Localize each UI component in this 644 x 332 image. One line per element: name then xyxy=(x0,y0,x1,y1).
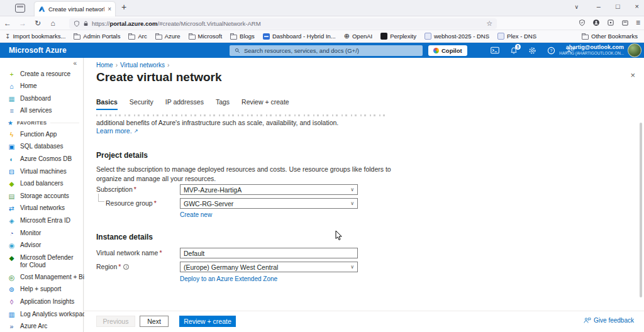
window-maximize-button[interactable]: □ xyxy=(616,3,620,10)
blade-close-icon[interactable]: × xyxy=(630,70,635,80)
extended-zone-link[interactable]: Deploy to an Azure Extended Zone xyxy=(180,275,277,282)
azure-top-bar: Microsoft Azure Search resources, servic… xyxy=(0,43,644,58)
sidebar-item[interactable]: ≡ All services xyxy=(0,105,83,118)
pocket-shield-icon[interactable] xyxy=(579,19,586,26)
window-minimize-button[interactable]: – xyxy=(597,3,601,10)
sidebar-item[interactable]: + Create a resource xyxy=(0,68,83,80)
sidebar-item[interactable]: ⊟ Virtual machines xyxy=(0,165,83,178)
sidebar-collapse-icon[interactable]: « xyxy=(0,58,83,68)
tracking-protection-shield-icon[interactable] xyxy=(74,20,80,27)
sidebar-item[interactable]: ▦ Dashboard xyxy=(0,92,83,105)
other-bookmarks-folder[interactable]: Other Bookmarks xyxy=(582,33,638,40)
bookmark-label: Arc xyxy=(138,33,147,40)
sidebar-item[interactable]: ◈ Microsoft Entra ID xyxy=(0,215,83,228)
sidebar-item[interactable]: ⇄ Virtual networks xyxy=(0,202,83,215)
sidebar-item[interactable]: ◆ Load balancers xyxy=(0,178,83,191)
forward-button[interactable]: → xyxy=(15,19,30,28)
bookmark-label: Dashboard - Hybrid In... xyxy=(272,33,336,40)
window-close-button[interactable]: × xyxy=(635,3,639,10)
tab-close-icon[interactable]: × xyxy=(108,6,111,13)
vnet-name-input[interactable]: Default xyxy=(180,248,358,258)
title-context-menu-icon[interactable]: ··· xyxy=(203,74,214,83)
bookmark-item[interactable]: Admin Portals xyxy=(74,33,120,40)
reload-button[interactable]: ↻ xyxy=(30,19,45,28)
subscription-select[interactable]: MVP-Azure-HartigA ∨ xyxy=(180,184,358,195)
sidebar-item[interactable]: ▥ Log Analytics workspaces xyxy=(0,308,83,321)
sidebar-item[interactable]: ⊚ Help + support xyxy=(0,284,83,296)
extensions-icon[interactable] xyxy=(607,19,614,26)
required-asterisk: * xyxy=(134,185,136,193)
sidebar-item[interactable]: » Azure Arc xyxy=(0,321,83,332)
tab-list-chevron-icon[interactable]: ∨ xyxy=(574,4,579,10)
sidebar-item[interactable]: ▣ SQL databases xyxy=(0,141,83,153)
sidebar-item[interactable]: ◆ Microsoft Defender for Cloud xyxy=(0,252,83,271)
resource-group-select[interactable]: GWC-RG-Server ∨ xyxy=(180,198,358,209)
bookmark-icon xyxy=(263,33,270,40)
home-button[interactable]: ⌂ xyxy=(45,19,60,28)
avatar[interactable] xyxy=(628,43,641,57)
bookmark-item[interactable]: Plex - DNS xyxy=(497,33,536,40)
create-new-link[interactable]: Create new xyxy=(180,211,212,218)
sidebar-item[interactable]: ◉ Advisor xyxy=(0,240,83,252)
bookmark-item[interactable]: Dashboard - Hybrid In... xyxy=(263,33,336,40)
previous-button[interactable]: Previous xyxy=(96,316,135,327)
bookmark-item[interactable]: OpenAI xyxy=(344,32,372,40)
bookmark-item[interactable]: Microsoft xyxy=(189,33,223,40)
sidebar-item[interactable]: ◊ Application Insights xyxy=(0,296,83,309)
give-feedback[interactable]: Give feedback xyxy=(584,317,634,324)
global-search-input[interactable]: Search resources, services, and docs (G+… xyxy=(230,45,423,56)
copilot-button[interactable]: Copilot xyxy=(428,45,467,56)
sidebar-item-label: Virtual networks xyxy=(20,204,65,212)
bookmark-label: Perplexity xyxy=(390,33,416,40)
sidebar-item[interactable]: ◐ Azure Cosmos DB xyxy=(0,153,83,166)
sidebar-item-icon: ◊ xyxy=(8,298,16,306)
new-tab-button[interactable]: + xyxy=(121,2,126,12)
blade-tab[interactable]: Tags xyxy=(216,98,230,110)
bookmark-item[interactable]: Import bookmarks... xyxy=(5,33,65,40)
bookmark-item[interactable]: Arc xyxy=(128,33,147,40)
blade-tab[interactable]: Basics xyxy=(96,98,118,110)
sidebar-item[interactable]: ◔ Monitor xyxy=(0,227,83,240)
sidebar-item[interactable]: ▤ Storage accounts xyxy=(0,190,83,202)
bookmark-item[interactable]: Azure xyxy=(155,33,180,40)
bookmark-item[interactable]: Blogs xyxy=(230,33,255,40)
next-button[interactable]: Next xyxy=(140,316,169,327)
bookmark-item[interactable]: Perplexity xyxy=(380,33,416,40)
notifications-button[interactable]: 5 xyxy=(510,47,518,55)
sidebar-item[interactable]: ϟ Function App xyxy=(0,128,83,141)
browser-tab-active[interactable]: Create virtual network - Micros × xyxy=(35,2,115,16)
breadcrumb-home-link[interactable]: Home xyxy=(96,62,113,69)
blade-tab[interactable]: IP addresses xyxy=(165,98,204,110)
azure-brand[interactable]: Microsoft Azure xyxy=(9,46,67,55)
cloud-shell-button[interactable] xyxy=(491,47,499,54)
menu-hamburger-icon[interactable]: ≡ xyxy=(636,18,640,27)
review-create-button[interactable]: Review + create xyxy=(179,316,236,327)
sidebar-item[interactable]: ⌂ Home xyxy=(0,80,83,93)
settings-button[interactable] xyxy=(528,47,536,55)
sidebar-item-icon: ◎ xyxy=(8,274,16,282)
learn-more-link[interactable]: Learn more. xyxy=(96,127,132,135)
bookmark-item[interactable]: webhost-2025 - DNS xyxy=(425,33,489,40)
firefox-view-icon[interactable] xyxy=(15,4,25,13)
help-button[interactable]: ? xyxy=(547,47,555,55)
account-info[interactable]: ahartig@outlook.com HARTIG (AHARTIGOUTLO… xyxy=(559,44,624,56)
sidebar-item-label: Application Insights xyxy=(20,298,74,306)
sidebar-item-label: Home xyxy=(20,82,37,90)
info-icon[interactable]: i xyxy=(123,264,129,270)
account-profile-icon[interactable] xyxy=(592,19,600,26)
blade-tab[interactable]: Security xyxy=(130,98,153,110)
bookmark-star-icon[interactable]: ☆ xyxy=(486,19,492,28)
chevron-down-icon: ∨ xyxy=(350,264,354,270)
region-select[interactable]: (Europe) Germany West Central ∨ xyxy=(180,262,358,272)
back-button[interactable]: ← xyxy=(0,19,15,28)
address-bar[interactable]: https://portal.azure.com/#create/Microso… xyxy=(69,18,497,29)
blade-tab[interactable]: Review + create xyxy=(242,98,289,110)
breadcrumb-vnet-link[interactable]: Virtual networks xyxy=(120,62,165,69)
resource-group-value: GWC-RG-Server xyxy=(184,200,233,208)
archive-icon[interactable] xyxy=(621,19,629,26)
sidebar-item[interactable]: ◎ Cost Management + Billing xyxy=(0,271,83,284)
sidebar-item-icon: ◐ xyxy=(8,155,16,163)
scrollbar-thumb[interactable] xyxy=(640,123,642,297)
copilot-icon xyxy=(433,48,439,53)
favorites-label: FAVORITES xyxy=(17,120,47,126)
